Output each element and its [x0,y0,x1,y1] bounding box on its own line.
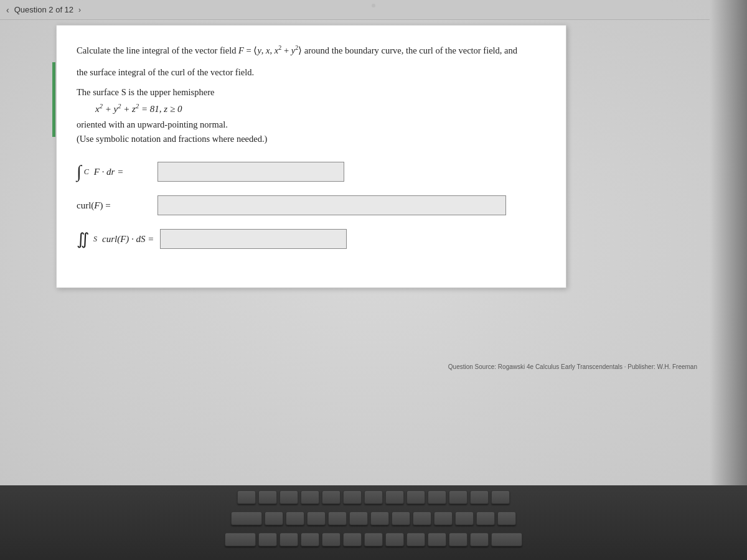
key-return[interactable] [491,533,522,546]
key-o[interactable] [434,511,453,525]
key-t[interactable] [349,511,368,525]
nav-bar: ‹ Question 2 of 12 › [0,0,710,20]
key-1[interactable] [237,490,256,504]
line-integral-row: ∫C F · dr = [77,162,546,182]
key-6[interactable] [343,490,362,504]
oriented-text: oriented with an upward-pointing normal. [77,119,546,130]
key-7[interactable] [364,490,383,504]
key-e[interactable] [307,511,326,525]
key-w[interactable] [286,511,304,525]
key-u[interactable] [392,511,410,525]
key-4[interactable] [301,490,319,504]
problem-line1: Calculate the line integral of the vecto… [77,43,546,58]
line-integral-expr: F · dr = [94,167,124,177]
key-s[interactable] [280,533,298,546]
integral-symbol: ∫ [77,163,82,180]
key-12[interactable] [470,490,489,504]
key-i[interactable] [413,511,431,525]
surface-integral-input[interactable] [160,229,347,249]
line-integral-label: ∫C F · dr = [77,163,151,180]
key-h[interactable] [364,533,383,546]
curl-input[interactable] [157,195,506,215]
surface-integral-label: ∬S curl(F) · dS = [77,230,154,249]
surface-integral-row: ∬S curl(F) · dS = [77,229,546,249]
back-arrow[interactable]: ‹ [6,5,9,15]
key-l[interactable] [428,533,446,546]
screen-area: ‹ Question 2 of 12 › Calculate the line … [0,0,747,485]
use-symbolic-text: (Use symbolic notation and fractions whe… [77,134,546,144]
key-k[interactable] [406,533,425,546]
double-integral-symbol: ∬ [77,230,91,249]
key-quote[interactable] [470,533,489,546]
key-9[interactable] [406,490,425,504]
key-f[interactable] [322,533,341,546]
key-p[interactable] [455,511,474,525]
key-5[interactable] [322,490,341,504]
curl-label: curl(F) = [77,200,151,211]
key-j[interactable] [385,533,404,546]
key-bracket-r[interactable] [497,511,516,525]
keyboard-row-1 [0,485,747,506]
left-accent-bar [52,62,55,137]
curl-row: curl(F) = [77,195,546,215]
key-13[interactable] [491,490,510,504]
question-label: Question 2 of 12 [14,5,73,14]
key-10[interactable] [428,490,446,504]
key-semi[interactable] [449,533,467,546]
source-text: Question Source: Rogawski 4e Calculus Ea… [448,363,697,370]
key-3[interactable] [280,490,298,504]
key-tab[interactable] [231,511,262,525]
line-integral-input[interactable] [157,162,344,182]
keyboard-row-2 [0,506,747,528]
hemisphere-equation: x2 + y2 + z2 = 81, z ≥ 0 [95,103,546,114]
key-bracket-l[interactable] [476,511,495,525]
key-d[interactable] [301,533,319,546]
integral-c-subscript: C [84,167,89,177]
surface-heading: The surface S is the upper hemisphere [77,87,546,98]
key-2[interactable] [258,490,277,504]
right-overlay [710,0,747,485]
key-g[interactable] [343,533,362,546]
integral-s-subscript: S [93,235,97,244]
forward-arrow[interactable]: › [78,6,81,14]
keyboard-area [0,485,747,560]
key-a[interactable] [258,533,277,546]
key-q[interactable] [265,511,283,525]
key-8[interactable] [385,490,404,504]
key-caps[interactable] [225,533,256,546]
key-y[interactable] [370,511,389,525]
key-11[interactable] [449,490,467,504]
content-card: Calculate the line integral of the vecto… [56,25,566,288]
curl-expr: curl(F) = [77,200,111,211]
key-r[interactable] [328,511,347,525]
keyboard-row-3 [0,528,747,549]
surface-integral-expr: curl(F) · dS = [102,234,154,245]
problem-line2: the surface integral of the curl of the … [77,65,546,80]
